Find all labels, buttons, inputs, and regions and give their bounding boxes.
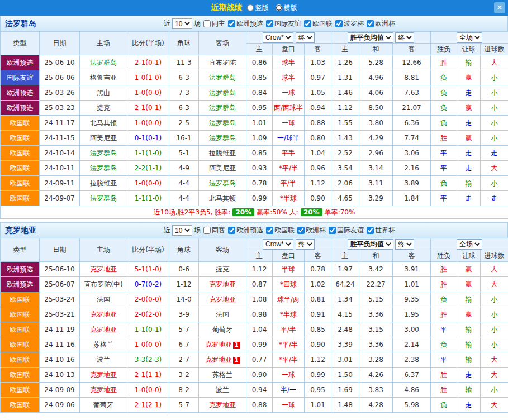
checkbox-label: 欧洲杯 [375, 19, 395, 28]
lose-odds: 7.63 [393, 85, 431, 101]
filter-competition[interactable]: 欧洲杯 [297, 226, 326, 235]
match-date: 25-06-10 [40, 262, 80, 277]
score: 1-0(0-0) [127, 176, 169, 191]
score: 2-1(2-1) [127, 398, 169, 413]
handicap-odds-home: 1.09 [246, 131, 273, 146]
home-team: 法罗群岛 [80, 146, 127, 161]
result: 平 [431, 161, 457, 176]
goals-result: 小 [481, 383, 508, 398]
odds-stage-select[interactable]: 终 [296, 239, 315, 250]
score: 1-0(0-0) [127, 116, 169, 131]
match-row: 欧国联24-11-17北马其顿1-0(0-0)2-5法罗群岛1.01一球0.88… [1, 116, 508, 131]
checkbox-input[interactable] [203, 20, 211, 27]
radio-input-horizontal[interactable] [276, 4, 282, 11]
avg-type-select[interactable]: 胜平负均值 [348, 239, 393, 250]
corners: 3-2 [169, 367, 199, 383]
draw-odds: 3.83 [359, 383, 393, 398]
win-odds: 4.15 [331, 307, 359, 322]
result: 负 [431, 116, 457, 131]
match-row: 欧洲预选25-06-07直布罗陀(中)0-7(0-2)1-12克罗地亚0.87*… [1, 277, 508, 292]
filter-competition[interactable]: 世界杯 [367, 226, 395, 235]
avg-stage-select[interactable]: 终 [395, 239, 414, 250]
checkbox-input[interactable] [304, 20, 311, 27]
result: 平 [431, 146, 457, 161]
match-type: 欧洲预选 [1, 262, 40, 277]
corners: 4-9 [169, 161, 199, 176]
handicap-odds-home: 0.99 [246, 191, 273, 206]
filter-competition[interactable]: 欧国联 [304, 19, 333, 28]
match-type: 欧国联 [1, 146, 40, 161]
match-date: 24-09-07 [40, 191, 80, 206]
checkbox-input[interactable] [367, 227, 374, 234]
score: 5-1(1-0) [127, 262, 169, 277]
col-header-goals: 进球数 [481, 250, 508, 262]
recent-count-select[interactable]: 10 [172, 18, 192, 29]
score: 0-7(0-2) [127, 277, 169, 292]
avg-stage-select[interactable]: 终 [395, 32, 414, 43]
filter-same-home[interactable]: 同主 [203, 19, 225, 28]
checkbox-input[interactable] [329, 227, 336, 234]
draw-odds: 4.26 [359, 367, 393, 383]
title-bar: 近期战绩 竖版 横版 ✕ [0, 0, 508, 16]
match-date: 25-03-21 [40, 307, 80, 322]
filter-competition[interactable]: 欧洲预选 [228, 19, 263, 28]
odds-company-select[interactable]: Crow* [263, 32, 293, 43]
match-date: 25-06-07 [40, 277, 80, 292]
home-team: 阿美尼亚 [80, 131, 127, 146]
filter-competition[interactable]: 欧洲杯 [367, 19, 395, 28]
recent-count-select[interactable]: 10 [172, 225, 192, 236]
checkbox-label: 国际友谊 [274, 19, 301, 28]
handicap-odds-away: 0.99 [305, 367, 331, 383]
score: 2-1(0-1) [127, 101, 169, 116]
filter-competition[interactable]: 欧洲预选 [228, 226, 263, 235]
close-button[interactable]: ✕ [494, 2, 505, 13]
home-team: 波兰 [80, 352, 127, 367]
scope-select[interactable]: 全场 [457, 239, 482, 250]
filter-same-away[interactable]: 同客 [203, 226, 225, 235]
checkbox-input[interactable] [228, 227, 235, 234]
goals-result: 小 [481, 292, 508, 307]
layout-radio-horizontal[interactable]: 横版 [276, 3, 297, 13]
checkbox-input[interactable] [266, 227, 273, 234]
radio-input-vertical[interactable] [247, 4, 254, 11]
checkbox-input[interactable] [335, 20, 343, 27]
handicap-odds-home: 0.84 [246, 85, 273, 101]
radio-label: 竖版 [255, 3, 269, 13]
col-header-date: 日期 [40, 238, 80, 262]
checkbox-input[interactable] [228, 20, 235, 27]
filter-competition[interactable]: 国际友谊 [329, 226, 364, 235]
team-section-faroe: 法罗群岛 近 10 场 同主 欧洲预选 国际友谊 欧国联 波罗杯 欧洲杯 类型 … [0, 16, 508, 219]
match-date: 24-11-15 [40, 131, 80, 146]
result: 胜 [431, 262, 457, 277]
checkbox-input[interactable] [203, 227, 211, 234]
scope-select[interactable]: 全场 [457, 32, 482, 43]
filter-competition[interactable]: 国际友谊 [266, 19, 301, 28]
col-header-result: 胜负 [431, 250, 457, 262]
handicap-odds-away: 0.94 [305, 101, 331, 116]
away-team: 克罗地亚 [199, 398, 246, 413]
handicap-result: 赢 [457, 307, 481, 322]
layout-radio-vertical[interactable]: 竖版 [247, 3, 269, 13]
result: 胜 [431, 383, 457, 398]
checkbox-input[interactable] [367, 20, 374, 27]
handicap-result: 走 [457, 367, 481, 383]
filter-competition[interactable]: 欧国联 [266, 226, 295, 235]
match-row: 欧国联25-03-24法国2-0(0-0)14-0克罗地亚1.08球半/两0.8… [1, 292, 508, 307]
goals-result: 小 [481, 116, 508, 131]
lose-odds: 21.07 [393, 101, 431, 116]
home-team: 法罗群岛 [80, 161, 127, 176]
odds-stage-select[interactable]: 终 [296, 32, 315, 43]
score: 2-1(1-1) [127, 367, 169, 383]
win-odds: 1.48 [331, 398, 359, 413]
handicap-result: 输 [457, 383, 481, 398]
match-row: 欧洲预选25-03-23捷克2-1(0-1)6-3法罗群岛0.95两/两球半0.… [1, 101, 508, 116]
corners: 5-7 [169, 398, 199, 413]
avg-type-select[interactable]: 胜平负均值 [348, 32, 393, 43]
checkbox-input[interactable] [297, 227, 305, 234]
odds-company-select[interactable]: Crow* [263, 239, 293, 250]
win-odds: 64.24 [331, 277, 359, 292]
match-type: 欧国联 [1, 337, 40, 352]
checkbox-input[interactable] [266, 20, 273, 27]
filter-competition[interactable]: 波罗杯 [335, 19, 364, 28]
handicap-line: 球半/两 [273, 292, 305, 307]
